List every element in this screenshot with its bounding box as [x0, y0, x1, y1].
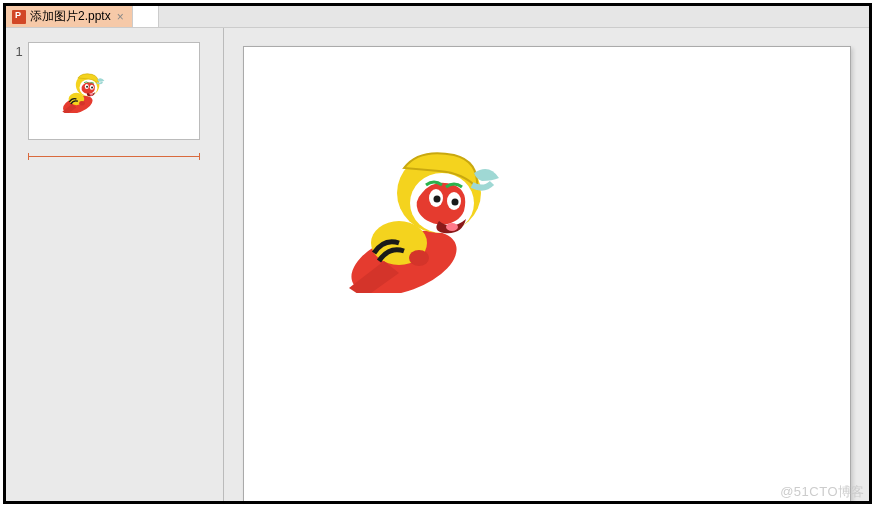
svg-point-19	[409, 250, 429, 266]
document-tab-active[interactable]: 添加图片2.pptx ×	[6, 6, 133, 27]
thumbnail-row: 1	[10, 42, 219, 140]
inserted-image[interactable]	[344, 143, 534, 297]
slide-canvas[interactable]	[243, 46, 851, 501]
svg-point-17	[446, 223, 458, 231]
slide-thumbnail[interactable]	[28, 42, 200, 140]
svg-point-9	[79, 101, 85, 105]
tab-filename: 添加图片2.pptx	[30, 8, 111, 25]
thumbnail-image	[61, 71, 114, 114]
new-tab-button[interactable]	[133, 6, 159, 27]
slide-thumbnails-panel: 1	[6, 28, 224, 501]
document-tab-bar: 添加图片2.pptx ×	[6, 6, 869, 28]
svg-point-5	[86, 86, 88, 88]
powerpoint-icon	[12, 10, 26, 24]
thumbnail-selection-indicator	[28, 156, 200, 158]
slide-editor-area	[224, 28, 869, 501]
svg-point-16	[451, 199, 458, 206]
svg-point-7	[90, 93, 93, 95]
close-icon[interactable]: ×	[115, 10, 126, 24]
workspace: 1	[6, 28, 869, 501]
app-window: 添加图片2.pptx × 1	[3, 3, 872, 504]
svg-point-6	[91, 87, 93, 89]
watermark-text: @51CTO博客	[780, 483, 865, 501]
slide-number: 1	[10, 42, 28, 59]
svg-point-15	[433, 196, 440, 203]
